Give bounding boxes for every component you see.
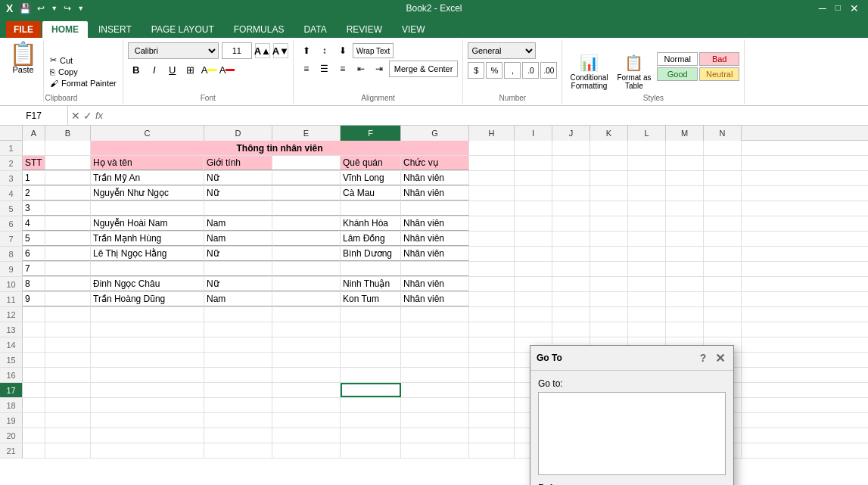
window-title: Book2 - Excel	[406, 3, 462, 14]
clipboard-group-label: Clipboard	[0, 94, 123, 102]
tab-insert[interactable]: INSERT	[89, 21, 141, 38]
style-normal-cell[interactable]: Normal	[657, 52, 697, 66]
align-top-button[interactable]: ⬆	[298, 42, 315, 59]
goto-dialog: Go To ? ✕ Go to: Reference: Special... O…	[530, 345, 734, 485]
format-painter-button[interactable]: 🖌 Format Painter	[47, 78, 120, 89]
paste-icon: 📋	[9, 42, 37, 65]
alignment-group-label: Alignment	[294, 94, 463, 102]
redo-icon[interactable]: ↪	[64, 3, 71, 14]
cell-reference-box[interactable]	[0, 106, 68, 125]
tab-review[interactable]: REVIEW	[338, 21, 391, 38]
decrease-decimal-button[interactable]: .0	[522, 62, 539, 79]
tab-view[interactable]: VIEW	[393, 21, 434, 38]
copy-button[interactable]: ⎘ Copy	[47, 67, 120, 77]
underline-button[interactable]: U	[164, 61, 181, 78]
format-painter-icon: 🖌	[50, 79, 58, 88]
format-as-table-button[interactable]: 📋 Format asTable	[614, 51, 654, 93]
confirm-formula-icon[interactable]: ✓	[83, 110, 92, 122]
fill-color-button[interactable]: A	[201, 61, 217, 78]
conditional-formatting-button[interactable]: 📊 ConditionalFormatting	[567, 51, 611, 93]
tab-data[interactable]: DATA	[294, 21, 335, 38]
goto-listbox[interactable]	[538, 392, 726, 475]
paste-label: Paste	[12, 65, 33, 74]
style-neutral-cell[interactable]: Neutral	[699, 67, 739, 81]
font-size-input[interactable]	[222, 42, 252, 59]
copy-label: Copy	[58, 67, 78, 76]
format-painter-label: Format Painter	[61, 79, 117, 88]
dialog-title: Go To	[537, 353, 562, 363]
tab-page-layout[interactable]: PAGE LAYOUT	[142, 21, 223, 38]
indent-decrease-button[interactable]: ⇤	[353, 61, 369, 77]
dialog-close-button[interactable]: ✕	[712, 350, 727, 365]
currency-button[interactable]: $	[468, 62, 484, 79]
cut-icon: ✂	[50, 55, 57, 65]
conditional-formatting-icon: 📊	[580, 54, 599, 72]
paste-button[interactable]: 📋 Paste	[3, 41, 44, 102]
align-left-button[interactable]: ≡	[298, 61, 315, 77]
copy-icon: ⎘	[50, 67, 55, 76]
increase-font-button[interactable]: A▲	[255, 43, 270, 58]
tab-file[interactable]: FILE	[6, 21, 41, 38]
close-icon[interactable]: ✕	[847, 2, 862, 14]
font-group-label: Font	[123, 94, 293, 102]
bold-button[interactable]: B	[128, 61, 145, 78]
number-group-label: Number	[463, 94, 562, 102]
italic-button[interactable]: I	[146, 61, 163, 78]
number-format-select[interactable]: General	[468, 42, 536, 59]
cancel-formula-icon[interactable]: ✕	[71, 110, 80, 122]
undo-dropdown-icon[interactable]: ▼	[51, 5, 58, 12]
font-color-button[interactable]: A	[219, 61, 235, 78]
format-table-icon: 📋	[624, 54, 643, 72]
align-bottom-button[interactable]: ⬇	[334, 42, 351, 59]
style-bad-cell[interactable]: Bad	[699, 52, 739, 66]
dialog-help-icon[interactable]: ?	[697, 352, 709, 364]
cut-label: Cut	[60, 56, 73, 65]
align-center-button[interactable]: ☰	[316, 61, 333, 77]
indent-increase-button[interactable]: ⇥	[371, 61, 387, 77]
decrease-font-button[interactable]: A▼	[273, 43, 288, 58]
tab-formulas[interactable]: FORMULAS	[225, 21, 294, 38]
border-button[interactable]: ⊞	[182, 61, 199, 78]
dialog-overlay: Go To ? ✕ Go to: Reference: Special... O…	[0, 126, 868, 485]
excel-icon: X	[6, 2, 13, 14]
styles-group-label: Styles	[562, 94, 744, 102]
save-quick-icon[interactable]: 💾	[19, 3, 31, 14]
undo-icon[interactable]: ↩	[37, 3, 45, 14]
insert-function-icon[interactable]: fx	[95, 110, 103, 121]
merge-center-button[interactable]: Merge & Center	[389, 61, 459, 77]
comma-button[interactable]: ,	[504, 62, 521, 79]
font-name-select[interactable]: Calibri	[128, 42, 219, 59]
cut-button[interactable]: ✂ Cut	[47, 54, 120, 66]
wrap-text-button[interactable]: Wrap Text	[353, 43, 394, 58]
percent-button[interactable]: %	[486, 62, 502, 79]
style-good-cell[interactable]: Good	[657, 67, 697, 81]
align-middle-button[interactable]: ↕	[316, 42, 333, 59]
increase-decimal-button[interactable]: .00	[540, 62, 557, 79]
customize-icon[interactable]: ▼	[77, 5, 84, 12]
maximize-icon[interactable]: □	[832, 2, 844, 14]
align-right-button[interactable]: ≡	[334, 61, 351, 77]
formula-input[interactable]	[106, 106, 868, 125]
tab-home[interactable]: HOME	[42, 21, 88, 38]
goto-label: Go to:	[538, 378, 726, 389]
minimize-icon[interactable]: ─	[816, 2, 829, 14]
